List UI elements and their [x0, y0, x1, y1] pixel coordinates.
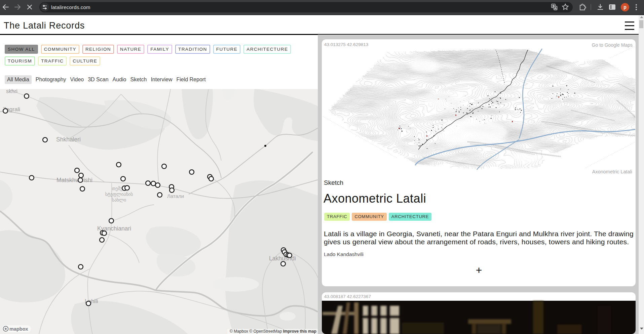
svg-text:© Mapbox © OpenStreetMap Impro: © Mapbox © OpenStreetMap Improve this ma…: [230, 329, 316, 334]
svg-text:სახლი: სახლი: [112, 198, 126, 203]
svg-text:Matskhvarishi: Matskhvarishi: [56, 177, 92, 183]
svg-text:mapbox: mapbox: [9, 326, 28, 332]
svg-text:სტეფლიანის: სტეფლიანის: [105, 192, 133, 197]
svg-text:Shkhaleri: Shkhaleri: [56, 136, 81, 143]
svg-text:Латали: Латали: [167, 193, 184, 199]
svg-text:skhri: skhri: [6, 89, 17, 94]
